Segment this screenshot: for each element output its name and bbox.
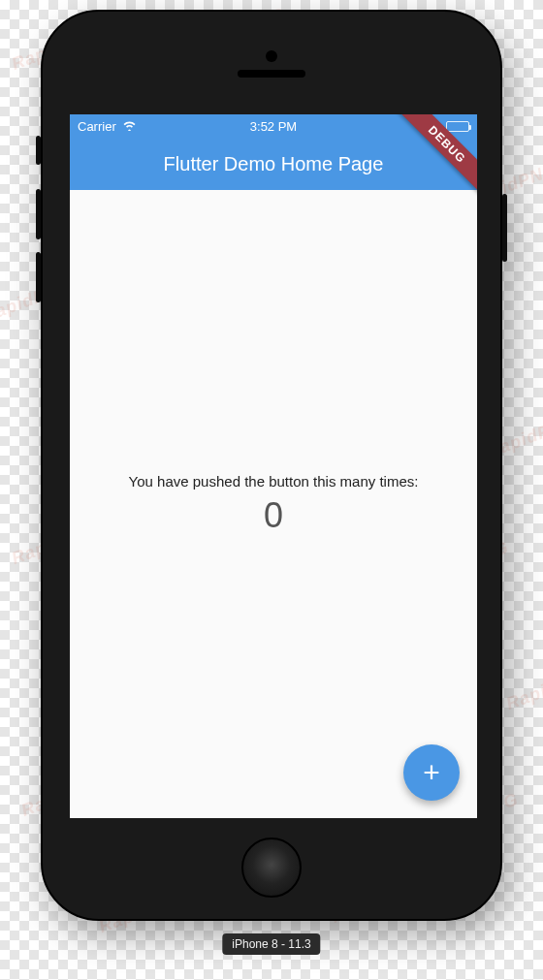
plus-icon: + <box>423 756 440 789</box>
phone-mockup: Carrier 3:52 PM Flutter Demo Home Page Y… <box>41 10 502 921</box>
status-left: Carrier <box>78 119 137 134</box>
fab-add-button[interactable]: + <box>403 744 460 801</box>
body-content: You have pushed the button this many tim… <box>70 190 477 818</box>
earpiece <box>238 70 305 78</box>
wifi-icon <box>122 119 137 134</box>
carrier-label: Carrier <box>78 119 116 134</box>
counter-value: 0 <box>264 495 283 536</box>
status-right <box>446 121 469 132</box>
power-button <box>502 194 507 262</box>
app-bar: Flutter Demo Home Page <box>70 138 477 190</box>
proximity-sensor <box>266 50 277 62</box>
simulator-device-label: iPhone 8 - 11.3 <box>222 933 320 955</box>
app-bar-title: Flutter Demo Home Page <box>164 153 384 175</box>
push-count-label: You have pushed the button this many tim… <box>129 473 419 490</box>
status-time: 3:52 PM <box>250 119 297 134</box>
battery-icon <box>446 121 469 132</box>
home-button[interactable] <box>241 838 302 898</box>
phone-screen: Carrier 3:52 PM Flutter Demo Home Page Y… <box>70 114 477 818</box>
phone-body: Carrier 3:52 PM Flutter Demo Home Page Y… <box>41 10 502 921</box>
